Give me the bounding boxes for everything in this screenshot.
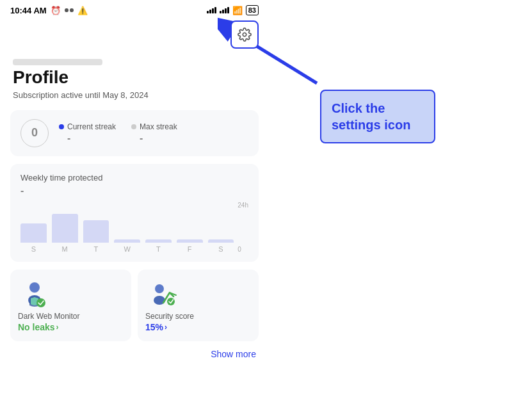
chart-day-label: F <box>188 245 192 253</box>
signal-icon-2 <box>220 7 229 13</box>
profile-section: Profile Subscription active until May 8,… <box>0 54 269 110</box>
streak-info: Current streak - Max streak - <box>59 122 177 144</box>
chart-bar <box>145 239 172 243</box>
max-streak-item: Max streak - <box>131 122 177 144</box>
svg-point-6 <box>167 298 175 305</box>
current-streak-item: Current streak - <box>59 122 116 144</box>
chart-column-t4: T <box>145 239 172 253</box>
dark-web-monitor-value[interactable]: No leaks › <box>18 322 124 332</box>
profile-subscription: Subscription active until May 8, 2024 <box>13 90 256 100</box>
status-left: 10:44 AM ⏰ ⚠️ <box>10 6 88 15</box>
chart-column-s6: S <box>208 239 234 253</box>
svg-point-4 <box>155 284 164 293</box>
status-time: 10:44 AM <box>10 6 47 15</box>
chart-column-f5: F <box>177 239 203 253</box>
chart-bar <box>114 239 140 243</box>
signal-icon <box>207 7 216 13</box>
chart-card: Weekly time protected - SMTWTFS 24h 0 <box>10 164 259 262</box>
profile-name: Profile <box>13 68 256 88</box>
chart-y-axis: 24h 0 <box>234 202 248 253</box>
current-streak-label: Current streak <box>59 122 116 131</box>
status-right: 📶 83 <box>207 5 259 15</box>
chart-column-w3: W <box>114 239 140 253</box>
current-streak-dot <box>59 124 64 129</box>
status-bar: 10:44 AM ⏰ ⚠️ <box>0 0 269 18</box>
chart-column-s0: S <box>20 223 47 253</box>
dark-web-monitor-card[interactable]: Dark Web Monitor No leaks › <box>10 270 131 341</box>
streak-circle: 0 <box>20 119 49 147</box>
dark-web-monitor-chevron: › <box>56 323 59 332</box>
chart-y-bottom: 0 <box>238 246 241 253</box>
chart-bar <box>52 214 78 243</box>
chart-title: Weekly time protected <box>20 173 248 182</box>
streak-card: 0 Current streak - Max streak - <box>10 110 259 156</box>
settings-button[interactable] <box>230 20 259 49</box>
security-score-illustration <box>145 279 179 312</box>
wifi-icon: 📶 <box>232 6 243 15</box>
chart-day-label: W <box>124 245 130 253</box>
app-header <box>0 18 269 54</box>
svg-point-0 <box>243 33 246 36</box>
warning-icon: ⚠️ <box>77 6 88 15</box>
chart-bar <box>20 223 47 243</box>
chart-day-label: S <box>31 245 36 253</box>
alarm-icon: ⏰ <box>51 6 61 15</box>
dot-icon <box>65 8 74 12</box>
chart-bar <box>208 239 234 243</box>
dark-web-monitor-illustration <box>18 279 51 312</box>
battery-indicator: 83 <box>246 5 259 15</box>
max-streak-value: - <box>131 133 177 144</box>
chart-column-m1: M <box>52 214 78 253</box>
dark-web-monitor-title: Dark Web Monitor <box>18 312 124 321</box>
security-score-card[interactable]: Security score 15% › <box>138 270 259 341</box>
chart-columns: SMTWTFS <box>20 214 234 253</box>
chart-day-label: T <box>94 245 99 253</box>
max-streak-dot <box>131 124 136 129</box>
svg-point-1 <box>29 282 40 293</box>
chart-y-top: 24h <box>238 202 248 209</box>
chart-bar <box>177 239 203 243</box>
chart-day-label: M <box>62 245 68 253</box>
bottom-cards: Dark Web Monitor No leaks › <box>10 270 259 341</box>
current-streak-value: - <box>59 133 116 144</box>
svg-point-3 <box>36 298 45 307</box>
max-streak-label: Max streak <box>131 122 177 131</box>
gear-icon <box>238 28 252 42</box>
chart-day-label: S <box>218 245 223 253</box>
chart-column-t2: T <box>83 220 109 253</box>
chart-current-value: - <box>20 185 248 197</box>
profile-email <box>13 59 102 65</box>
chart-bar <box>83 220 109 243</box>
security-score-chevron: › <box>165 323 167 332</box>
show-more-button[interactable]: Show more <box>0 341 269 364</box>
security-score-title: Security score <box>145 312 251 321</box>
security-score-value[interactable]: 15% › <box>145 322 251 332</box>
chart-day-label: T <box>156 245 161 253</box>
annotation-tooltip: Click the settings icon <box>320 90 435 143</box>
chart-area: SMTWTFS 24h 0 <box>20 202 248 253</box>
phone-frame: 10:44 AM ⏰ ⚠️ <box>0 0 269 420</box>
